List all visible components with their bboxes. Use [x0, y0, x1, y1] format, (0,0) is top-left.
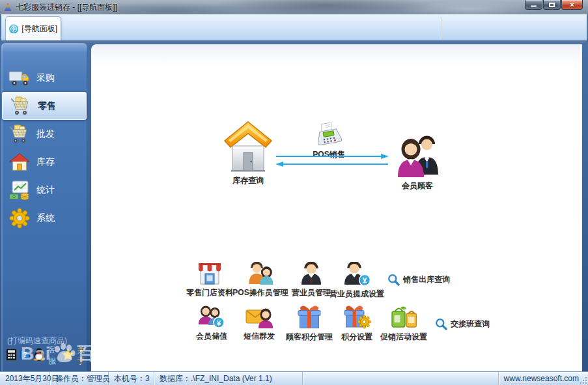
- window-controls: ×: [525, 0, 583, 10]
- customer-service-label[interactable]: 客服: [48, 345, 59, 367]
- titlebar: 七彩服装进销存 - [[导航面板]] ×: [0, 0, 588, 14]
- svg-text:?: ?: [23, 351, 27, 358]
- app-window: 七彩服装进销存 - [[导航面板]] × [导航面板]: [0, 0, 588, 385]
- compass-icon: [9, 20, 18, 38]
- help-icon[interactable]: ?: [20, 350, 30, 362]
- house-icon: [8, 151, 31, 173]
- status-website[interactable]: www.newseasoft.com: [498, 372, 588, 385]
- about-label[interactable]: 关于: [77, 345, 88, 367]
- svg-text:¥: ¥: [217, 319, 221, 327]
- flow-arrows: [275, 153, 389, 170]
- qq-penguin-icon[interactable]: [33, 348, 45, 364]
- gift-icon: [296, 304, 323, 330]
- maximize-icon: [549, 3, 555, 7]
- svg-text:¥: ¥: [363, 276, 367, 285]
- shortcut-commission-settings[interactable]: ¥ 营业员提成设置: [329, 262, 384, 300]
- members-yen-icon: ¥: [197, 305, 226, 329]
- status-spacer: [303, 372, 498, 385]
- shortcut-pos-operator-mgmt[interactable]: POS操作员管理: [232, 262, 288, 298]
- sidebar: 采购 零售: [1, 43, 87, 371]
- inventory-query-node[interactable]: 库存查询: [222, 120, 274, 186]
- pos-terminal-icon: [313, 122, 344, 147]
- app-icon: [3, 3, 12, 12]
- gear-icon: [8, 207, 31, 229]
- link-sales-outbound-query[interactable]: 销售出库查询: [387, 274, 450, 286]
- sidebar-item-system[interactable]: 系统: [1, 204, 87, 232]
- sidebar-item-label: 统计: [36, 184, 55, 196]
- shortcut-customer-points-mgmt[interactable]: 顾客积分管理: [286, 304, 333, 343]
- sidebar-item-label: 库存: [36, 156, 55, 168]
- magnifier-icon: [387, 274, 400, 286]
- navigation-panel: 库存查询 POS销售: [91, 44, 582, 371]
- shortcut-retail-store-info[interactable]: 零售门店资料: [186, 262, 233, 298]
- sidebar-item-label: 采购: [36, 72, 55, 84]
- gift-gear-icon: [343, 304, 371, 330]
- sms-envelope-icon: [245, 305, 273, 329]
- tab-label: [导航面板]: [21, 23, 57, 35]
- maximize-button[interactable]: [543, 0, 561, 10]
- salesperson-icon: [299, 262, 324, 285]
- close-button[interactable]: ×: [561, 0, 583, 10]
- resize-grip[interactable]: [579, 376, 587, 384]
- inventory-query-label: 库存查询: [232, 175, 264, 186]
- shortcut-sms-broadcast[interactable]: 短信群发: [244, 305, 275, 342]
- calculator-icon[interactable]: [6, 349, 17, 364]
- shopping-cart-icon: [8, 123, 31, 145]
- link-shift-handover-query[interactable]: 交接班查询: [435, 318, 490, 330]
- promo-bags-icon: [390, 304, 417, 330]
- shopping-cart-icon: [10, 95, 32, 117]
- window-title: 七彩服装进销存 - [[导航面板]]: [16, 2, 117, 13]
- sidebar-item-label: 系统: [36, 212, 55, 224]
- minimize-icon: [531, 5, 537, 7]
- status-database: 数据库：.\FZ_INI_Data (Ver 1.1): [154, 372, 303, 385]
- sidebar-item-wholesale[interactable]: 批发: [1, 120, 87, 148]
- member-customer-label: 会员顾客: [402, 180, 433, 192]
- operators-icon: [247, 262, 274, 285]
- storefront-icon: [197, 262, 223, 285]
- sidebar-nav: 采购 零售: [1, 43, 87, 232]
- shortcut-promotion-settings[interactable]: 促销活动设置: [380, 304, 427, 343]
- customers-icon: [394, 134, 441, 178]
- shortcut-salesperson-mgmt[interactable]: 营业员管理: [292, 262, 331, 298]
- minimize-button[interactable]: [525, 0, 542, 10]
- close-icon: ×: [570, 1, 574, 8]
- sidebar-item-inventory[interactable]: 库存: [1, 148, 87, 176]
- shortcut-points-settings[interactable]: 积分设置: [341, 304, 372, 343]
- tab-navigation-panel[interactable]: [导航面板]: [5, 16, 61, 40]
- tab-strip: [导航面板]: [1, 14, 587, 43]
- status-date: 2013年5月30日: [0, 372, 50, 385]
- sidebar-item-purchase[interactable]: 采购: [1, 64, 87, 92]
- sidebar-item-label: 零售: [38, 100, 56, 112]
- truck-icon: [8, 67, 31, 89]
- sidebar-item-label: 批发: [36, 128, 55, 140]
- status-machine-number: 本机号：3: [109, 372, 154, 385]
- star-icon[interactable]: [62, 349, 74, 363]
- statusbar: 2013年5月30日 操作员：管理员 本机号：3 数据库：.\FZ_INI_Da…: [0, 371, 588, 385]
- salesperson-yen-icon: ¥: [343, 262, 371, 287]
- sidebar-item-statistics[interactable]: 统计: [1, 176, 87, 204]
- sidebar-tools: ? 客服 关于: [6, 345, 87, 367]
- magnifier-icon: [435, 318, 447, 330]
- chart-money-icon: [8, 179, 31, 201]
- ribbon-divider: [441, 17, 442, 38]
- member-customer-node[interactable]: 会员顾客: [393, 134, 442, 192]
- shortcut-member-stored-value[interactable]: ¥ 会员储值: [196, 305, 227, 342]
- status-operator: 操作员：管理员: [50, 372, 109, 385]
- sidebar-item-retail[interactable]: 零售: [2, 92, 87, 120]
- warehouse-icon: [223, 120, 273, 173]
